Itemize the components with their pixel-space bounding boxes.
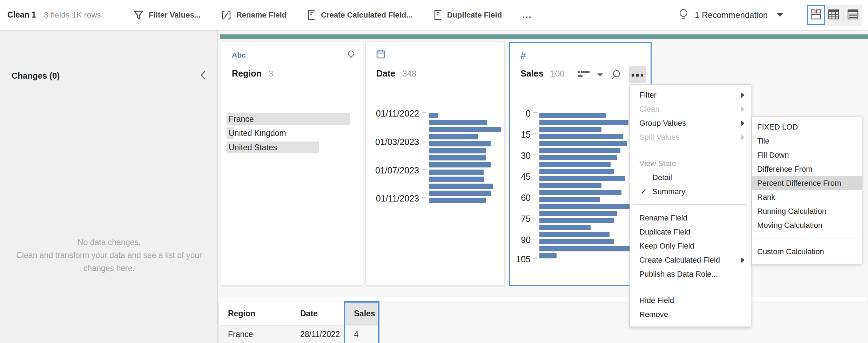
histogram-bar[interactable] [429, 148, 486, 153]
histogram-bar[interactable] [539, 141, 627, 146]
recommendation-bulb-icon[interactable] [347, 50, 355, 61]
string-type-icon[interactable]: Abc [232, 51, 246, 59]
histogram-bar[interactable] [539, 218, 614, 223]
field-value-count: 3 [269, 69, 273, 79]
histogram-bar[interactable] [539, 239, 614, 244]
data-grid-view-toggle[interactable] [825, 5, 842, 25]
histogram-bar[interactable] [429, 198, 486, 203]
histogram-bar[interactable] [539, 211, 617, 216]
grid-cell[interactable]: France [219, 325, 291, 343]
menu-item-remove[interactable]: Remove [630, 308, 751, 322]
collapse-panel-button[interactable] [197, 70, 209, 82]
histogram-bar[interactable] [429, 191, 491, 196]
toolbar-more-options-button[interactable]: ... [522, 9, 532, 20]
histogram-bar[interactable] [429, 120, 487, 125]
menu-item-difference-from[interactable]: Difference From [752, 162, 862, 176]
histogram-bar[interactable] [429, 134, 478, 139]
menu-item-create-calculated-field[interactable]: Create Calculated Field [630, 253, 751, 267]
histogram-bar[interactable] [539, 225, 591, 230]
axis-tick-label: 01/03/2023 [369, 137, 419, 147]
histogram-bar[interactable] [429, 155, 486, 160]
menu-item-fill-down[interactable]: Fill Down [752, 148, 862, 162]
histogram-bar[interactable] [539, 204, 630, 209]
histogram-bar[interactable] [429, 177, 484, 182]
create-calculated-field-button[interactable]: Create Calculated Field... [307, 9, 413, 21]
menu-item-label: FIXED LOD [757, 123, 798, 132]
field-card-date[interactable]: Date 348 01/11/202201/03/202301/07/20230… [366, 42, 504, 285]
filter-values-button[interactable]: Filter Values... [133, 10, 201, 20]
menu-item-clean[interactable]: Clean [630, 102, 751, 116]
axis-tick-label: 90 [512, 235, 531, 245]
axis-tick [422, 197, 426, 198]
grid-cell[interactable]: 4 [344, 325, 379, 343]
histogram-bar[interactable] [539, 232, 610, 237]
histogram-bar[interactable] [539, 197, 600, 202]
menu-item-hide-field[interactable]: Hide Field [630, 293, 751, 308]
grid-header-sales[interactable]: Sales [344, 302, 379, 325]
axis-tick-label: 15 [512, 130, 531, 140]
menu-item-percent-difference-from[interactable]: Percent Difference From [752, 176, 862, 190]
menu-item-fixed-lod[interactable]: FIXED LOD [752, 120, 862, 134]
axis-tick-label: 01/11/2023 [369, 193, 419, 204]
menu-item-custom-calculation[interactable]: Custom Calculation [752, 245, 862, 259]
menu-item-tile[interactable]: Tile [752, 134, 862, 148]
histogram-bar[interactable] [539, 134, 623, 139]
histogram-bar[interactable] [429, 184, 493, 189]
menu-item-view-state: View State [630, 157, 751, 171]
menu-item-summary[interactable]: ✓Summary [630, 185, 751, 199]
menu-item-keep-only-field[interactable]: Keep Only Field [630, 239, 751, 253]
recommendation-dropdown[interactable]: 1 Recommendation [679, 0, 783, 30]
duplicate-field-button[interactable]: Duplicate Field [433, 9, 502, 21]
menu-item-duplicate-field[interactable]: Duplicate Field [630, 225, 751, 239]
menu-item-detail[interactable]: Detail [630, 171, 751, 185]
histogram-bar[interactable] [539, 253, 557, 258]
value-row-france[interactable]: France [227, 113, 358, 125]
value-row-united-states[interactable]: United States [227, 141, 358, 153]
histogram-bar[interactable] [539, 155, 617, 160]
histogram-bar[interactable] [539, 176, 625, 181]
field-name[interactable]: Region [232, 68, 262, 79]
menu-item-rename-field[interactable]: Rename Field [630, 211, 751, 225]
menu-item-label: Detail [652, 173, 672, 182]
duplicate-field-icon [433, 9, 442, 21]
toolbar-button-label: Create Calculated Field... [321, 11, 413, 20]
histogram-bar[interactable] [539, 113, 606, 118]
field-card-region[interactable]: Abc Region 3 FranceUnited KingdomUnited … [221, 42, 363, 285]
axis-tick [422, 112, 426, 113]
changes-panel: Changes (0) No data changes. Clean and t… [0, 31, 218, 343]
histogram-bar[interactable] [539, 120, 628, 125]
histogram-bar[interactable] [539, 190, 621, 195]
menu-item-running-calculation[interactable]: Running Calculation [752, 204, 862, 218]
rename-field-button[interactable]: Rename Field [221, 10, 287, 20]
histogram-bar[interactable] [539, 148, 620, 153]
histogram-bar[interactable] [429, 141, 491, 146]
menu-item-split-values[interactable]: Split Values [630, 130, 751, 144]
menu-item-label: Fill Down [757, 151, 789, 160]
grid-header-date[interactable]: Date [291, 302, 344, 325]
menu-item-group-values[interactable]: Group Values [630, 116, 751, 130]
histogram-bar[interactable] [429, 162, 491, 167]
list-view-toggle[interactable] [844, 5, 862, 25]
menu-separator [633, 150, 747, 150]
changes-empty-state: No data changes. Clean and transform you… [0, 236, 218, 275]
menu-item-rank[interactable]: Rank [752, 190, 862, 204]
menu-separator [633, 204, 747, 205]
grid-header-region[interactable]: Region [219, 302, 291, 325]
menu-item-label: View State [639, 159, 676, 168]
grid-cell[interactable]: 28/11/2022 [291, 325, 344, 343]
histogram-bar[interactable] [539, 183, 601, 188]
histogram-bar[interactable] [429, 113, 438, 118]
histogram-bar[interactable] [539, 127, 601, 132]
axis-tick-label: 01/11/2022 [369, 108, 419, 119]
profile-and-grid-view-toggle[interactable] [807, 5, 825, 25]
histogram-bar[interactable] [539, 246, 630, 251]
value-row-united-kingdom[interactable]: United Kingdom [227, 127, 358, 139]
histogram-bar[interactable] [429, 170, 484, 175]
histogram-bar[interactable] [539, 162, 611, 167]
histogram-bar[interactable] [539, 169, 614, 174]
menu-item-publish-as-data-role[interactable]: Publish as Data Role... [630, 267, 751, 281]
menu-item-filter[interactable]: Filter [630, 88, 751, 102]
histogram-bar[interactable] [429, 127, 501, 132]
check-icon: ✓ [640, 187, 647, 196]
menu-item-moving-calculation[interactable]: Moving Calculation [752, 218, 862, 232]
